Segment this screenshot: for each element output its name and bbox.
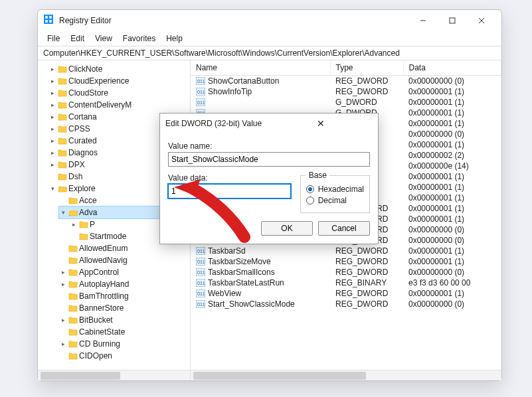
menu-help[interactable]: Help	[162, 33, 187, 44]
col-type[interactable]: Type	[330, 60, 403, 76]
cancel-button[interactable]: Cancel	[318, 221, 370, 236]
expand-icon[interactable]: ▾	[48, 183, 56, 195]
folder-icon	[79, 220, 88, 228]
expand-icon[interactable]: ▸	[48, 63, 56, 75]
col-name[interactable]: Name	[191, 60, 330, 76]
folder-icon	[68, 352, 78, 360]
tree-item[interactable]: ▸AutoplayHand	[59, 278, 190, 290]
folder-icon	[58, 113, 67, 121]
value-icon	[196, 98, 205, 106]
tree-label: Acce	[79, 195, 97, 206]
expand-icon[interactable]: ▸	[48, 111, 56, 123]
tree-item[interactable]: ▸CloudExperience	[48, 75, 190, 87]
maximize-button[interactable]	[438, 10, 467, 31]
expand-icon[interactable]: ▸	[59, 266, 67, 278]
ok-button[interactable]: OK	[261, 221, 313, 236]
address-bar[interactable]: Computer\HKEY_CURRENT_USER\Software\Micr…	[38, 46, 501, 60]
svg-rect-6	[49, 20, 52, 23]
app-icon	[43, 14, 54, 27]
expand-icon[interactable]: ▾	[59, 206, 67, 218]
folder-icon	[68, 244, 78, 252]
expand-icon[interactable]: ▸	[70, 218, 78, 230]
tree-item[interactable]: AllowedNavig	[59, 254, 190, 266]
value-icon	[196, 247, 205, 255]
value-row[interactable]: Start_ShowClassicModeREG_DWORD0x00000000…	[191, 299, 501, 309]
expand-icon[interactable]: ▸	[48, 99, 56, 111]
tree-label: AllowedNavig	[79, 254, 128, 266]
folder-icon	[68, 304, 78, 312]
value-row[interactable]: WebViewREG_DWORD0x00000001 (1)	[191, 288, 501, 299]
tree-label: Diagnos	[68, 147, 98, 159]
close-button[interactable]	[467, 10, 496, 31]
expand-icon[interactable]: ▸	[48, 159, 56, 171]
tree-label: BitBucket	[79, 314, 113, 326]
tree-label: DPX	[68, 159, 85, 171]
value-icon	[196, 279, 205, 287]
tree-label: CabinetState	[79, 326, 125, 338]
menu-favorites[interactable]: Favorites	[119, 33, 159, 44]
value-name-field[interactable]	[168, 152, 370, 167]
value-data-label: Value data:	[168, 173, 291, 183]
tree-label: ClickNote	[68, 63, 102, 75]
folder-icon	[68, 197, 78, 204]
expand-icon[interactable]: ▸	[59, 314, 67, 326]
tree-label: Startmode	[90, 230, 126, 242]
value-row[interactable]: TaskbarSmallIconsREG_DWORD0x00000000 (0)	[191, 267, 501, 278]
radio-decimal[interactable]: Decimal	[306, 196, 364, 205]
folder-icon	[58, 101, 67, 109]
tree-label: Adva	[79, 206, 97, 218]
tree-label: CD Burning	[79, 338, 120, 350]
folder-icon	[68, 256, 78, 264]
value-row[interactable]: ShowInfoTipREG_DWORD0x00000001 (1)	[191, 86, 501, 97]
folder-icon	[68, 208, 78, 216]
tree-label: Dsh	[68, 171, 82, 183]
tree-label: Curated	[68, 135, 97, 147]
tree-item[interactable]: BamThrottling	[59, 290, 190, 302]
expand-icon[interactable]: ▸	[59, 338, 67, 350]
expand-icon[interactable]: ▸	[59, 278, 67, 290]
expand-icon[interactable]: ▸	[48, 87, 56, 99]
value-data-field[interactable]	[168, 184, 291, 198]
value-icon	[196, 88, 205, 96]
folder-icon	[58, 77, 67, 85]
tree-label: CPSS	[68, 123, 90, 135]
tree-item[interactable]: CabinetState	[59, 326, 190, 338]
scrollbars[interactable]	[38, 370, 501, 380]
menu-view[interactable]: View	[91, 33, 116, 44]
menu-edit[interactable]: Edit	[66, 33, 88, 44]
radio-hexadecimal[interactable]: Hexadecimal	[306, 185, 364, 194]
col-data[interactable]: Data	[403, 60, 501, 76]
value-row[interactable]: TaskbarSizeMoveREG_DWORD0x00000001 (1)	[191, 256, 501, 267]
value-row[interactable]: TaskbarStateLastRunREG_BINARYe3 f3 d3 60…	[191, 278, 501, 288]
tree-item[interactable]: ▸AppControl	[59, 266, 190, 278]
tree-item[interactable]: ▸BitBucket	[59, 314, 190, 326]
value-icon	[196, 289, 205, 297]
expand-icon[interactable]: ▸	[48, 123, 56, 135]
dialog-title: Edit DWORD (32-bit) Value	[165, 119, 269, 128]
tree-item[interactable]: ▸ContentDeliveryM	[48, 99, 190, 111]
folder-icon	[68, 328, 78, 336]
folder-icon	[58, 161, 67, 169]
window-title: Registry Editor	[59, 16, 408, 25]
value-row[interactable]: TaskbarSdREG_DWORD0x00000001 (1)	[191, 246, 501, 256]
svg-rect-3	[45, 16, 48, 19]
tree-label: Cortana	[68, 111, 97, 123]
expand-icon[interactable]: ▸	[48, 75, 56, 87]
folder-icon	[58, 89, 67, 97]
tree-item[interactable]: ▸CloudStore	[48, 87, 190, 99]
tree-item[interactable]: BannerStore	[59, 302, 190, 314]
tree-item[interactable]: ▸ClickNote	[48, 63, 190, 75]
tree-label: BamThrottling	[79, 290, 129, 302]
minimize-button[interactable]	[408, 10, 438, 31]
expand-icon[interactable]: ▸	[48, 147, 56, 159]
menu-file[interactable]: File	[43, 33, 64, 44]
expand-icon[interactable]: ▸	[48, 135, 56, 147]
tree-item[interactable]: CIDOpen	[59, 350, 190, 362]
tree-item[interactable]: ▸CD Burning	[59, 338, 190, 350]
titlebar: Registry Editor	[38, 10, 501, 31]
value-row[interactable]: ShowCortanaButtonREG_DWORD0x00000000 (0)	[191, 76, 501, 87]
dialog-close-button[interactable]: ✕	[269, 118, 373, 129]
tree-label: AllowedEnum	[79, 242, 128, 254]
value-row[interactable]: G_DWORD0x00000001 (1)	[191, 97, 501, 108]
folder-icon	[68, 280, 78, 288]
